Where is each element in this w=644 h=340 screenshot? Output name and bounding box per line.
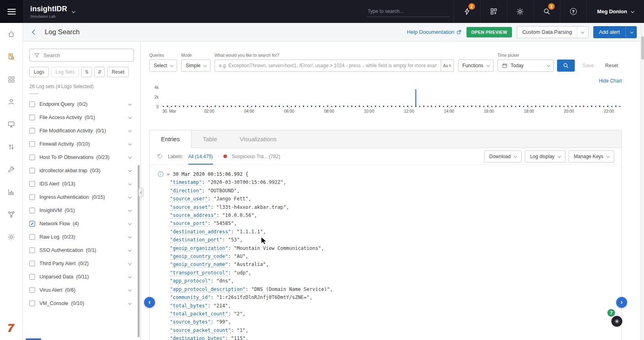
log-key[interactable]: "timestamp" xyxy=(170,179,202,185)
tab-table[interactable]: Table xyxy=(192,130,229,148)
log-value[interactable]: "Mountain View Communications" xyxy=(234,245,321,251)
log-key[interactable]: "geoip_country_name" xyxy=(170,262,228,268)
chevron-down-icon[interactable] xyxy=(128,155,131,159)
logset-row[interactable]: Firewall Activity (0/10) xyxy=(29,137,134,150)
logset-checkbox[interactable] xyxy=(29,115,35,120)
chart-plot[interactable] xyxy=(161,87,622,107)
logset-row[interactable]: SSO Authentication (0/1) xyxy=(29,243,134,257)
tab-entries[interactable]: Entries xyxy=(150,130,192,148)
logset-row[interactable]: Endpoint Query (0/2) xyxy=(29,97,134,111)
log-key[interactable]: "total_packet_count" xyxy=(170,311,228,317)
label-filter-suspicious[interactable]: Suspicious Tra... (782) xyxy=(232,154,280,159)
logset-search-input[interactable] xyxy=(43,52,130,58)
logset-row[interactable]: File Modification Activity (0/1) xyxy=(29,124,134,137)
log-value[interactable]: "OUTBOUND" xyxy=(208,188,237,194)
log-key[interactable]: "direction" xyxy=(170,188,202,194)
global-search[interactable] xyxy=(367,6,450,17)
logset-row[interactable]: InsightVM (0/1) xyxy=(29,204,134,217)
panel-drag-handle[interactable] xyxy=(29,93,38,94)
dashboards-nav-item[interactable] xyxy=(0,68,23,91)
log-key[interactable]: "source_bytes" xyxy=(170,319,211,325)
log-key[interactable]: "source_user" xyxy=(170,196,208,202)
tools-nav-item[interactable] xyxy=(0,158,23,181)
log-key[interactable]: "transport_protocol" xyxy=(170,270,228,276)
open-preview-button[interactable]: OPEN PREVIEW xyxy=(466,27,512,37)
chevron-down-icon[interactable] xyxy=(128,129,131,132)
chevron-down-icon[interactable] xyxy=(128,262,131,265)
logset-checkbox[interactable] xyxy=(29,141,35,147)
log-value[interactable]: "1:r26s1fzDlnRJnfj0T6DmtY/sZNE=" xyxy=(217,295,310,300)
logset-checkbox[interactable] xyxy=(29,128,35,134)
chevron-down-icon[interactable] xyxy=(128,301,131,305)
quick-actions-button[interactable]: 2 xyxy=(454,0,480,23)
log-value[interactable]: "54585" xyxy=(213,220,234,226)
save-query-button[interactable]: Save xyxy=(579,60,598,72)
reports-nav-item[interactable] xyxy=(0,181,23,203)
log-value[interactable]: "115" xyxy=(231,336,246,340)
chevron-down-icon[interactable] xyxy=(128,182,131,185)
logset-row[interactable]: File Access Activity (0/1) xyxy=(29,111,134,124)
chevron-down-icon[interactable] xyxy=(128,248,131,251)
log-sets-toggle-button[interactable]: Log Sets xyxy=(51,67,79,77)
logset-checkbox[interactable] xyxy=(29,287,35,293)
logset-row[interactable]: VM_Console (0/10) xyxy=(29,297,134,310)
chevron-down-icon[interactable] xyxy=(128,195,131,198)
log-key[interactable]: "app_protocol" xyxy=(170,278,211,284)
hide-chart-link[interactable]: Hide Chart xyxy=(599,78,622,84)
logset-reset-button[interactable]: Reset xyxy=(107,67,128,77)
settings-nav-item[interactable] xyxy=(0,226,23,248)
chevron-down-icon[interactable] xyxy=(128,102,131,105)
logset-checkbox[interactable]: ✓ xyxy=(29,221,35,227)
window-scrollbar-thumb[interactable] xyxy=(641,36,644,60)
queries-dropdown[interactable]: Select xyxy=(149,60,177,72)
rapid7-logo[interactable]: 7 xyxy=(8,322,14,334)
logset-checkbox[interactable] xyxy=(29,168,35,173)
custom-data-parsing-dropdown[interactable]: Custom Data Parsing xyxy=(517,26,588,38)
case-sensitivity-toggle[interactable]: Aa xyxy=(441,60,454,72)
chevron-down-icon[interactable] xyxy=(128,208,131,212)
log-value[interactable]: "AU" xyxy=(234,253,246,259)
logset-checkbox[interactable] xyxy=(29,208,35,213)
log-key[interactable]: "app_protocol_description" xyxy=(170,286,246,293)
add-widget-button[interactable] xyxy=(480,0,507,23)
log-value[interactable]: "10.0.0.56" xyxy=(222,212,254,218)
log-value[interactable]: "l33t-h4xxor.akbar.trap" xyxy=(217,204,286,210)
logset-checkbox[interactable] xyxy=(29,234,35,240)
hamburger-menu-icon[interactable] xyxy=(0,0,23,23)
chevron-down-icon[interactable] xyxy=(128,222,131,225)
log-value[interactable]: "2" xyxy=(234,311,243,317)
endpoints-nav-item[interactable] xyxy=(0,113,23,136)
data-collection-nav-item[interactable] xyxy=(0,136,23,158)
log-key[interactable]: "destination_bytes" xyxy=(170,336,225,340)
entry-expander-icon[interactable]: » xyxy=(167,170,169,178)
logset-row[interactable]: Third Party Alert (0/2) xyxy=(29,257,134,270)
sort-ascending-icon[interactable]: ⇅ xyxy=(81,67,92,77)
user-menu[interactable]: Meg Donlon xyxy=(586,0,644,23)
log-value[interactable]: "1" xyxy=(237,328,246,333)
brand-block[interactable]: insightIDR Simulation Lab xyxy=(30,5,67,19)
global-search-input[interactable] xyxy=(367,6,450,17)
run-search-button[interactable] xyxy=(557,60,575,72)
chevron-down-icon[interactable] xyxy=(128,115,131,119)
log-key[interactable]: "source_address" xyxy=(170,212,217,218)
log-value[interactable]: "dns" xyxy=(217,278,231,284)
help-button[interactable]: ? xyxy=(560,0,586,23)
logset-row[interactable]: idrcollector.akbar.trap (0/3) xyxy=(29,164,134,177)
next-entry-button[interactable]: › xyxy=(616,297,627,308)
help-documentation-link[interactable]: Help Documentation xyxy=(407,29,462,35)
functions-dropdown[interactable]: Functions xyxy=(458,60,493,72)
chevron-down-icon[interactable] xyxy=(128,169,131,172)
log-value[interactable]: "Australia" xyxy=(234,262,266,267)
mode-dropdown[interactable]: Simple xyxy=(181,60,211,72)
saved-searches-button[interactable]: 3 xyxy=(533,0,560,23)
log-key[interactable]: "geoip_organization" xyxy=(170,245,228,251)
log-value[interactable]: "DNS (Domain Name Service)" xyxy=(251,286,330,292)
logset-row[interactable]: ✓Network Flow (4) xyxy=(29,217,134,230)
log-value[interactable]: "Jango Fett" xyxy=(213,196,248,202)
logset-row[interactable]: IDS Alert (0/13) xyxy=(29,177,134,190)
log-display-dropdown[interactable]: Log display xyxy=(525,150,566,163)
query-input[interactable] xyxy=(215,60,441,72)
logs-toggle-button[interactable]: Logs xyxy=(29,67,49,77)
log-key[interactable]: "source_packet_count" xyxy=(170,328,231,334)
logset-checkbox[interactable] xyxy=(29,155,35,160)
